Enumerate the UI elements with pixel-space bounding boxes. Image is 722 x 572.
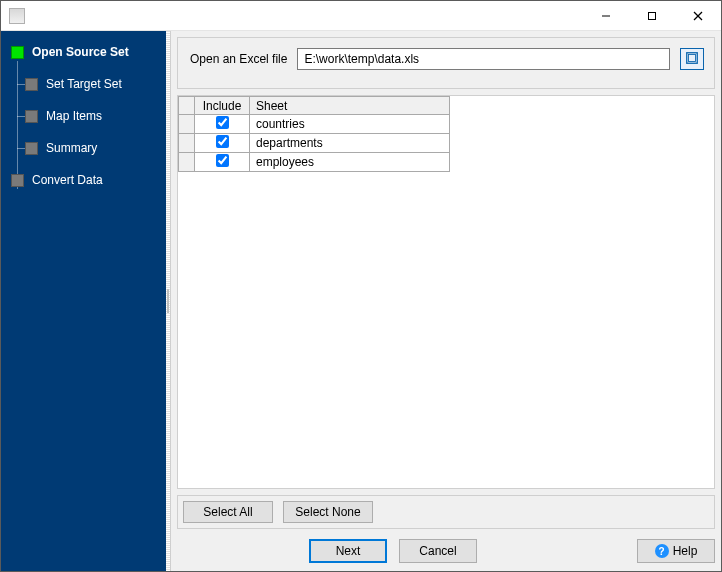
sidebar-item-open-source-set[interactable]: Open Source Set xyxy=(1,41,166,63)
file-path-input[interactable]: E:\work\temp\data.xls xyxy=(297,48,670,70)
col-header-sheet[interactable]: Sheet xyxy=(250,97,450,115)
sidebar-item-label: Summary xyxy=(46,141,97,155)
include-checkbox[interactable] xyxy=(216,135,229,148)
col-header-include[interactable]: Include xyxy=(195,97,250,115)
help-label: Help xyxy=(673,544,698,558)
row-selector[interactable] xyxy=(179,115,195,134)
select-all-button[interactable]: Select All xyxy=(183,501,273,523)
include-checkbox[interactable] xyxy=(216,116,229,129)
titlebar xyxy=(1,1,721,31)
file-open-panel: Open an Excel file E:\work\temp\data.xls xyxy=(177,37,715,89)
sidebar-item-label: Set Target Set xyxy=(46,77,122,91)
step-marker-icon xyxy=(11,174,24,187)
cancel-button[interactable]: Cancel xyxy=(399,539,477,563)
help-icon: ? xyxy=(655,544,669,558)
app-icon xyxy=(9,8,25,24)
row-header-blank xyxy=(179,97,195,115)
minimize-button[interactable] xyxy=(583,1,629,31)
browse-button[interactable] xyxy=(680,48,704,70)
step-marker-icon xyxy=(25,142,38,155)
close-button[interactable] xyxy=(675,1,721,31)
help-button[interactable]: ? Help xyxy=(637,539,715,563)
row-selector[interactable] xyxy=(179,153,195,172)
svg-rect-5 xyxy=(689,54,696,61)
sidebar-item-summary[interactable]: Summary xyxy=(25,137,166,159)
sheet-name-cell[interactable]: employees xyxy=(250,153,450,172)
open-file-label: Open an Excel file xyxy=(190,52,287,66)
splitter[interactable] xyxy=(166,31,170,571)
sheet-name-cell[interactable]: countries xyxy=(250,115,450,134)
svg-rect-1 xyxy=(649,12,656,19)
include-checkbox[interactable] xyxy=(216,154,229,167)
sidebar-item-label: Open Source Set xyxy=(32,45,129,59)
sheet-name-cell[interactable]: departments xyxy=(250,134,450,153)
selection-toolbar: Select All Select None xyxy=(177,495,715,529)
sidebar: Open Source Set Set Target Set Map Items xyxy=(1,31,166,571)
table-row[interactable]: departments xyxy=(179,134,450,153)
row-selector[interactable] xyxy=(179,134,195,153)
step-marker-icon xyxy=(25,110,38,123)
next-button[interactable]: Next xyxy=(309,539,387,563)
sidebar-item-convert-data[interactable]: Convert Data xyxy=(1,169,166,191)
sidebar-item-label: Map Items xyxy=(46,109,102,123)
sheet-table-panel: Include Sheet countries xyxy=(177,95,715,489)
maximize-button[interactable] xyxy=(629,1,675,31)
select-none-button[interactable]: Select None xyxy=(283,501,373,523)
sidebar-item-map-items[interactable]: Map Items xyxy=(25,105,166,127)
sheet-table: Include Sheet countries xyxy=(178,96,450,172)
table-row[interactable]: employees xyxy=(179,153,450,172)
step-marker-icon xyxy=(11,46,24,59)
table-row[interactable]: countries xyxy=(179,115,450,134)
main-panel: Open an Excel file E:\work\temp\data.xls… xyxy=(170,31,721,571)
sidebar-item-set-target-set[interactable]: Set Target Set xyxy=(25,73,166,95)
file-path-value: E:\work\temp\data.xls xyxy=(304,52,419,66)
wizard-window: Open Source Set Set Target Set Map Items xyxy=(0,0,722,572)
open-file-icon xyxy=(685,51,699,68)
wizard-footer: Next Cancel ? Help xyxy=(177,535,715,563)
sidebar-item-label: Convert Data xyxy=(32,173,103,187)
step-marker-icon xyxy=(25,78,38,91)
